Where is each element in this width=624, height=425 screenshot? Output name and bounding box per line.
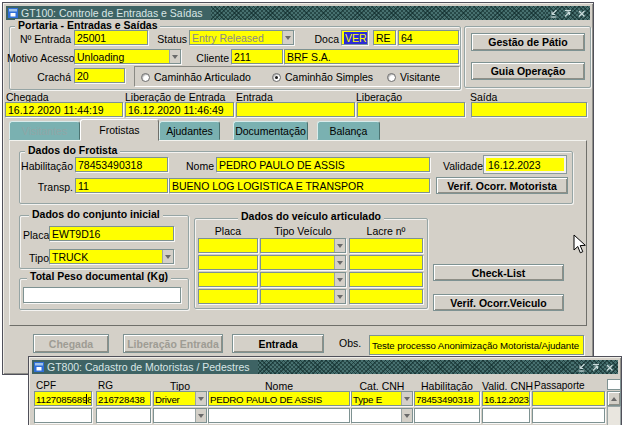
transp-cod-field[interactable]: 11 (75, 178, 168, 193)
no-entrada-field[interactable]: 25001 (74, 30, 148, 45)
maximize-icon[interactable] (590, 362, 601, 373)
rg-field-row1[interactable]: 216728438 (96, 391, 151, 406)
motivo-acesso-field[interactable]: Unloading (74, 49, 181, 64)
obs-label: Obs. (339, 337, 361, 349)
entrada-button[interactable]: Entrada (232, 334, 324, 353)
checklist-button[interactable]: Check-List (433, 264, 564, 281)
placa-field[interactable]: EWT9D16 (49, 226, 174, 241)
liberacao-entrada-button[interactable]: Liberação Entrada (123, 334, 223, 353)
veiculo-group-label: Dados do veículo articulado (238, 210, 384, 222)
veiculo-tipo-dropdown[interactable] (334, 256, 345, 269)
verif-ocorr-motorista-button[interactable]: Verif. Ocorr. Motorista (436, 177, 568, 194)
cracha-label: Crachá (27, 71, 71, 83)
transp-nome-field[interactable]: BUENO LOG LOGISTICA E TRANSPOR (169, 178, 430, 193)
cracha-field[interactable]: 20 (74, 68, 125, 83)
peso-field[interactable] (23, 287, 181, 303)
gt800-window: GT800: Cadastro de Motoristas / Pedestre… (28, 356, 622, 425)
minimize-icon[interactable] (576, 362, 587, 373)
veiculo-lacre-field[interactable] (349, 255, 423, 270)
gt100-window: GT100: Controle de Entradas e Saídas Por… (2, 2, 594, 375)
radio-visitante[interactable]: Visitante (387, 71, 440, 83)
saida-field[interactable] (471, 102, 587, 117)
tipo-field-row1[interactable]: Driver (153, 391, 207, 406)
passaporte-field-row2[interactable] (532, 408, 605, 423)
gt100-window-icon (8, 8, 18, 18)
radio-caminhao-simples[interactable]: Caminhão Simples (272, 71, 373, 83)
cat-cnh-field-row1[interactable]: Type E (351, 391, 413, 406)
veiculo-lacre-field[interactable] (349, 272, 423, 287)
cliente-cod-field[interactable]: 211 (231, 49, 283, 64)
liberacao-field[interactable] (357, 102, 465, 117)
veiculo-tipo-field[interactable] (260, 289, 346, 304)
gt800-titlebar[interactable]: GT800: Cadastro de Motoristas / Pedestre… (32, 360, 618, 374)
veiculo-placa-field[interactable] (198, 238, 258, 253)
tipo-dropdown-button[interactable] (162, 250, 173, 263)
entrada-field[interactable] (236, 102, 355, 117)
gt100-titlebar-hatch (211, 6, 545, 20)
gt800-titlebar-hatch (258, 360, 573, 374)
status-field[interactable]: Entry Released (189, 30, 294, 45)
cpf-field-row2[interactable] (34, 408, 92, 423)
chegada-button[interactable]: Chegada (33, 334, 109, 353)
habilitacao-field-row1[interactable]: 78453490318 (414, 391, 480, 406)
gt100-titlebar[interactable]: GT100: Controle de Entradas e Saídas (6, 6, 590, 20)
cat-cnh-dropdown-row1[interactable] (401, 392, 412, 405)
maximize-icon[interactable] (562, 8, 573, 19)
verif-ocorr-veiculo-button[interactable]: Verif. Ocorr.Veiculo (433, 294, 564, 311)
guia-operacao-button[interactable]: Guia Operação (471, 62, 585, 80)
valid-cnh-field-row2[interactable] (482, 408, 530, 423)
tab-balanca[interactable]: Balança (317, 121, 380, 140)
veiculo-placa-field[interactable] (198, 272, 258, 287)
veiculo-lacre-field[interactable] (349, 238, 423, 253)
nome-field-row1[interactable]: PEDRO PAULO DE ASSIS (208, 391, 350, 406)
radio-label: Caminhão Articulado (154, 71, 251, 83)
scrollbar-up-button[interactable] (607, 391, 621, 406)
scrollbar-track[interactable] (607, 406, 621, 425)
nome-field[interactable]: PEDRO PAULO DE ASSIS (216, 157, 430, 172)
close-icon[interactable] (576, 8, 587, 19)
radio-caminhao-articulado[interactable]: Caminhão Articulado (141, 71, 251, 83)
minimize-icon[interactable] (548, 8, 559, 19)
veiculo-tipo-dropdown[interactable] (334, 273, 345, 286)
obs-field[interactable]: Teste processo Anonimização Motorista/Aj… (369, 335, 584, 355)
close-icon[interactable] (604, 362, 615, 373)
veiculo-tipo-field[interactable] (260, 272, 346, 287)
habilitacao-label: Habilitação (21, 160, 73, 172)
habilitacao-field-row2[interactable] (414, 408, 480, 423)
veiculo-placa-field[interactable] (198, 255, 258, 270)
veiculo-tipo-field[interactable] (260, 238, 346, 253)
cliente-nome-field[interactable]: BRF S.A. (284, 49, 459, 64)
liberacao-entrada-field[interactable]: 16.12.2020 11:46:49 (125, 102, 234, 117)
veiculo-tipo-field[interactable] (260, 255, 346, 270)
veiculo-lacre-field[interactable] (349, 289, 423, 304)
veiculo-tipo-dropdown[interactable] (334, 239, 345, 252)
gestao-patio-button[interactable]: Gestão de Pátio (471, 33, 585, 51)
chegada-field[interactable]: 16.12.2020 11:44:19 (5, 102, 123, 117)
desktop: GT100: Controle de Entradas e Saídas Por… (0, 0, 624, 425)
passaporte-field-row1[interactable] (532, 391, 605, 406)
tab-ajudantes[interactable]: Ajudantes (159, 121, 220, 140)
rg-field-row2[interactable] (96, 408, 151, 423)
tipo-field[interactable]: TRUCK (49, 249, 174, 264)
cat-cnh-dropdown-row2[interactable] (401, 409, 412, 422)
doca-field-1[interactable]: VER (341, 30, 368, 45)
tab-frotistas[interactable]: Frotistas (80, 119, 159, 141)
status-dropdown-button[interactable] (282, 31, 293, 44)
cat-cnh-field-row2[interactable] (351, 408, 413, 423)
veiculo-tipo-dropdown[interactable] (334, 290, 345, 303)
tipo-dropdown-row2[interactable] (195, 409, 206, 422)
tab-documentacao[interactable]: Documentação (233, 121, 308, 140)
veiculo-placa-field[interactable] (198, 289, 258, 304)
nome-field-row2[interactable] (208, 408, 350, 423)
habilitacao-field[interactable]: 78453490318 (75, 157, 168, 172)
valid-cnh-field-row1[interactable]: 16.12.2023 (482, 391, 530, 406)
cpf-field-row1[interactable]: 11270856898 (34, 391, 92, 406)
tab-visitantes[interactable]: Visitantes (9, 121, 80, 140)
tipo-field-row2[interactable] (153, 408, 207, 423)
validade-field[interactable]: 16.12.2023 (484, 156, 566, 173)
motivo-dropdown-button[interactable] (169, 50, 180, 63)
tipo-dropdown-row1[interactable] (195, 392, 206, 405)
doca-field-3[interactable]: 64 (398, 30, 459, 45)
gt800-window-icon (34, 362, 44, 372)
doca-field-2[interactable]: RE (373, 30, 396, 45)
